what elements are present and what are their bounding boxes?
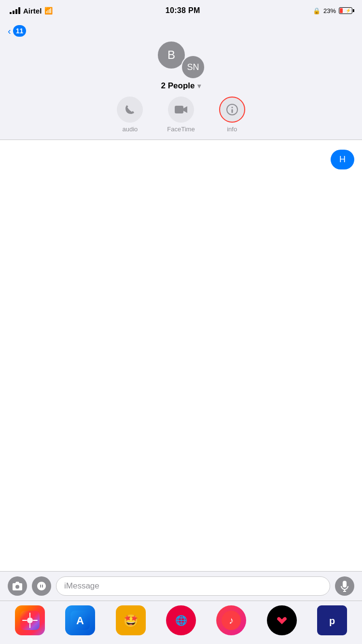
camera-icon: [12, 581, 23, 591]
video-icon: [174, 104, 188, 115]
info-label: info: [227, 126, 237, 133]
battery-icon: ⚡: [339, 7, 352, 14]
svg-point-4: [15, 585, 19, 589]
imessage-placeholder: iMessage: [64, 581, 99, 591]
carrier-label: Airtel: [23, 7, 42, 15]
status-bar: Airtel 📶 10:38 PM 🔒 23% ⚡: [0, 0, 362, 21]
message-container: H: [8, 150, 354, 169]
svg-text:p: p: [329, 616, 335, 626]
battery-bolt: ⚡: [346, 8, 351, 13]
microphone-icon: [340, 580, 349, 592]
photos-icon: [20, 611, 40, 630]
dock-photos[interactable]: [15, 605, 45, 635]
action-buttons: audio FaceTime info: [117, 97, 245, 135]
audio-icon-circle: [117, 97, 143, 123]
camera-button[interactable]: [8, 576, 27, 596]
svg-rect-5: [343, 581, 347, 588]
dock-memoji[interactable]: 🤩: [116, 605, 146, 635]
messages-area: H: [0, 140, 362, 574]
appstore-icon: A: [70, 611, 90, 630]
info-icon-circle: [219, 97, 245, 123]
svg-rect-0: [175, 106, 183, 113]
svg-text:🌐: 🌐: [175, 615, 187, 626]
svg-point-9: [27, 617, 33, 623]
svg-rect-12: [22, 620, 27, 621]
dock-appstore[interactable]: A: [65, 605, 95, 635]
svg-rect-3: [231, 109, 233, 113]
avatars-container: B SN: [157, 41, 205, 79]
audio-button[interactable]: audio: [117, 97, 143, 133]
time-label: 10:38 PM: [166, 6, 200, 15]
music-icon: ♪: [222, 611, 241, 630]
back-button[interactable]: ‹ 11: [8, 25, 26, 37]
facetime-button[interactable]: FaceTime: [167, 97, 195, 133]
dock-papp[interactable]: p: [317, 605, 347, 635]
audio-label: audio: [122, 126, 138, 133]
svg-rect-13: [33, 620, 38, 621]
svg-text:🤩: 🤩: [123, 613, 139, 629]
dock-heartapp[interactable]: [267, 605, 297, 635]
group-name-label: 2 People: [161, 81, 195, 91]
dock: A 🤩 🌐 ♪ p: [0, 601, 362, 644]
dock-music[interactable]: ♪: [216, 605, 246, 635]
dock-browser[interactable]: 🌐: [166, 605, 196, 635]
phone-icon: [124, 103, 136, 116]
info-button[interactable]: info: [219, 97, 245, 133]
browser-icon: 🌐: [171, 611, 191, 630]
info-icon: [226, 103, 238, 116]
facetime-label: FaceTime: [167, 126, 195, 133]
svg-text:A: A: [76, 615, 84, 627]
apps-button[interactable]: [32, 576, 51, 596]
apps-icon: [36, 581, 47, 591]
back-row: ‹ 11: [0, 21, 362, 41]
battery-percent: 23%: [323, 7, 336, 14]
heartapp-icon: [272, 611, 292, 630]
status-right: 🔒 23% ⚡: [313, 7, 352, 14]
memoji-icon: 🤩: [121, 611, 140, 630]
svg-rect-10: [29, 613, 30, 617]
back-chevron-icon: ‹: [8, 26, 11, 36]
status-left: Airtel 📶: [10, 7, 53, 15]
facetime-icon-circle: [168, 97, 194, 123]
nav-header: ‹ 11 B SN 2 People ▾ audio: [0, 21, 362, 140]
message-bubble-sent: H: [331, 150, 354, 169]
lock-icon: 🔒: [313, 7, 320, 14]
imessage-input[interactable]: iMessage: [56, 576, 330, 596]
signal-icon: [10, 7, 20, 14]
svg-text:♪: ♪: [229, 615, 234, 626]
audio-input-button[interactable]: [335, 576, 354, 596]
back-badge: 11: [13, 25, 27, 37]
wifi-icon: 📶: [44, 7, 53, 14]
svg-point-2: [231, 107, 233, 108]
input-area: iMessage: [0, 571, 362, 601]
chevron-down-icon: ▾: [197, 82, 201, 90]
papp-icon: p: [322, 611, 342, 630]
group-name[interactable]: 2 People ▾: [161, 81, 201, 91]
svg-rect-11: [29, 623, 30, 628]
avatar-sn: SN: [181, 55, 205, 79]
